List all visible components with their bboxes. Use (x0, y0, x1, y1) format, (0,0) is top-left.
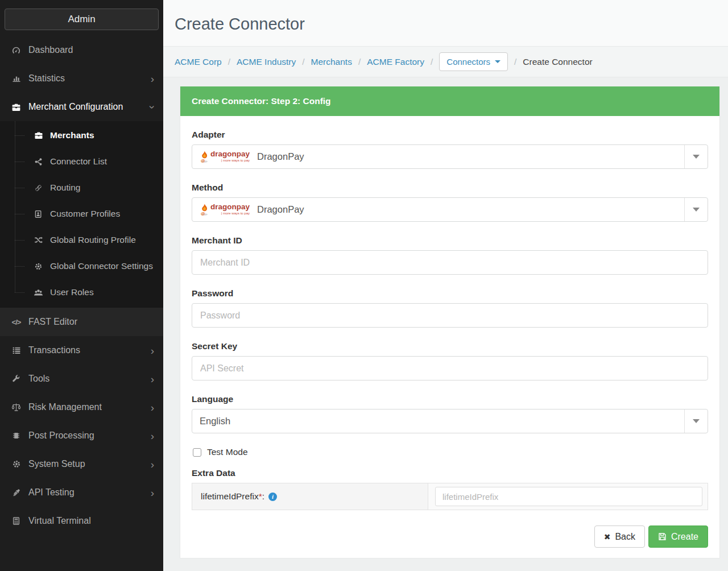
adapter-field-group: Adapter @ dragonpay | more ways (192, 130, 708, 169)
sidebar-item-label: API Testing (28, 487, 75, 498)
password-input[interactable] (192, 303, 708, 328)
shuffle-icon (32, 235, 45, 245)
sidebar-subitem-connector-list[interactable]: Connector List (0, 148, 163, 175)
chevron-right-icon: › (151, 73, 154, 84)
gear-icon (9, 460, 23, 469)
sidebar-item-post-processing[interactable]: Post Processing › (0, 421, 163, 450)
sidebar-item-label: Merchant Configuration (28, 102, 123, 112)
breadcrumb-separator: / (358, 57, 361, 67)
extra-data-label: Extra Data (192, 468, 708, 478)
dragonpay-tagline: | more ways to pay (221, 212, 250, 216)
sidebar-item-system-setup[interactable]: System Setup › (0, 450, 163, 478)
list-icon (9, 346, 23, 355)
breadcrumb-separator: / (228, 57, 230, 67)
chevron-right-icon: › (151, 431, 154, 441)
back-button[interactable]: ✖ Back (594, 526, 645, 548)
form-buttons: ✖ Back Create (192, 526, 708, 550)
adapter-select[interactable]: @ dragonpay | more ways to pay DragonPay (192, 144, 708, 169)
lifetime-id-prefix-input[interactable] (435, 487, 702, 506)
panel-header: Create Connector: Step 2: Config (180, 86, 719, 116)
key-suffix: : (262, 491, 264, 502)
at-glyph: @ (201, 211, 205, 216)
merchant-configuration-submenu: Merchants Connector List Routing Custome… (0, 121, 163, 308)
sidebar-item-label: Virtual Terminal (28, 516, 91, 526)
code-icon: </> (9, 318, 23, 326)
sidebar-item-fast-editor[interactable]: </> FAST Editor (0, 308, 163, 336)
method-select[interactable]: @ dragonpay | more ways to pay DragonPay (192, 197, 708, 222)
dragonpay-brand-text: dragonpay (210, 150, 250, 159)
breadcrumb-current: Create Connector (523, 57, 592, 67)
chevron-right-icon: › (151, 487, 154, 498)
breadcrumb-separator: / (302, 57, 304, 67)
connectors-dropdown-button[interactable]: Connectors (439, 52, 508, 71)
bar-chart-icon (9, 74, 23, 83)
connectors-dropdown-label: Connectors (446, 57, 490, 67)
adapter-label: Adapter (192, 130, 708, 140)
sidebar-item-transactions[interactable]: Transactions › (0, 336, 163, 365)
create-connector-panel: Create Connector: Step 2: Config Adapter… (180, 86, 720, 558)
sidebar-item-label: Risk Management (28, 402, 102, 412)
sidebar-item-label: Tools (28, 374, 49, 384)
method-label: Method (192, 183, 708, 193)
language-field-group: Language English (192, 394, 708, 433)
sidebar-item-tools[interactable]: Tools › (0, 365, 163, 393)
page-title: Create Connector (175, 15, 717, 34)
eyedropper-icon (9, 489, 23, 497)
sidebar-item-label: Transactions (28, 345, 80, 355)
merchant-id-label: Merchant ID (192, 235, 708, 246)
chevron-down-icon: › (147, 105, 158, 109)
dragonpay-tagline: | more ways to pay (221, 159, 250, 163)
secret-key-label: Secret Key (192, 341, 708, 351)
sidebar-subitem-global-routing-profile[interactable]: Global Routing Profile (0, 227, 163, 253)
sidebar-subitem-label: Customer Profiles (50, 209, 120, 219)
wrench-icon (9, 375, 23, 383)
test-mode-field-group: Test Mode (193, 447, 708, 457)
briefcase-icon (32, 131, 45, 140)
calculator-icon (9, 516, 23, 526)
select-caret-box[interactable] (684, 198, 708, 221)
breadcrumb-separator: / (514, 57, 516, 67)
microchip-icon (9, 431, 23, 440)
breadcrumb-link-acme-corp[interactable]: ACME Corp (175, 57, 222, 67)
sidebar-item-statistics[interactable]: Statistics › (0, 64, 163, 93)
sidebar-subitem-merchants[interactable]: Merchants (0, 122, 163, 148)
gauge-icon (9, 45, 23, 55)
breadcrumb-link-acme-factory[interactable]: ACME Factory (367, 57, 424, 67)
save-icon (658, 532, 667, 541)
admin-button[interactable]: Admin (5, 9, 159, 30)
secret-key-input[interactable] (192, 356, 708, 380)
panel-body: Adapter @ dragonpay | more ways (180, 116, 719, 558)
sidebar-subitem-routing[interactable]: Routing (0, 175, 163, 201)
create-button[interactable]: Create (648, 526, 708, 548)
create-button-label: Create (671, 532, 698, 542)
language-select[interactable]: English (192, 409, 708, 433)
sidebar-item-risk-management[interactable]: Risk Management › (0, 393, 163, 421)
extra-data-table: lifetimeIdPrefix*: i (192, 483, 708, 510)
breadcrumb-link-merchants[interactable]: Merchants (311, 57, 352, 67)
select-caret-box[interactable] (684, 409, 708, 433)
caret-down-icon (495, 60, 500, 63)
select-caret-box[interactable] (684, 145, 708, 168)
sidebar-item-api-testing[interactable]: API Testing › (0, 478, 163, 507)
sidebar-item-label: Dashboard (28, 45, 73, 55)
sidebar-item-label: FAST Editor (28, 317, 77, 327)
briefcase-icon (9, 102, 23, 112)
info-icon[interactable]: i (268, 493, 277, 501)
sidebar-subitem-label: Connector List (50, 156, 107, 167)
sidebar-item-dashboard[interactable]: Dashboard (0, 36, 163, 64)
sidebar-subitem-label: User Roles (50, 287, 94, 297)
chevron-right-icon: › (151, 345, 154, 356)
sidebar-subitem-customer-profiles[interactable]: Customer Profiles (0, 201, 163, 227)
sidebar-item-merchant-configuration[interactable]: Merchant Configuration › (0, 93, 163, 121)
breadcrumb-separator: / (431, 57, 433, 67)
password-field-group: Password (192, 288, 708, 328)
test-mode-label[interactable]: Test Mode (207, 447, 248, 457)
merchant-id-input[interactable] (192, 250, 708, 275)
dragonpay-brand-text: dragonpay (210, 203, 250, 212)
caret-down-icon (693, 155, 700, 159)
test-mode-checkbox[interactable] (193, 448, 201, 457)
sidebar-subitem-user-roles[interactable]: User Roles (0, 279, 163, 305)
sidebar-subitem-global-connector-settings[interactable]: Global Connector Settings (0, 253, 163, 279)
sidebar-item-virtual-terminal[interactable]: Virtual Terminal (0, 507, 163, 535)
breadcrumb-link-acme-industry[interactable]: ACME Industry (237, 57, 296, 67)
